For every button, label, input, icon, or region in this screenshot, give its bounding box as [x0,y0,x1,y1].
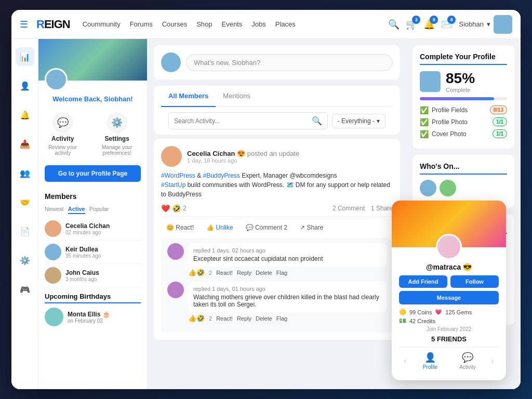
notifications-icon-wrap[interactable]: 🔔 8 [423,19,435,30]
activity-nav-icon: 💬 [462,352,473,363]
comment-button[interactable]: 💬 Comment 2 [241,221,292,234]
member-info-john: John Caius 3 months ago [65,269,141,282]
cart-badge: 3 [412,16,420,24]
member-list: Cecelia Cichan 02 minutes ago Keir Dulle… [38,217,147,287]
floating-avatar-wrap [436,234,462,260]
floating-profile-tab[interactable]: 👤 Profile [411,348,449,374]
user-menu[interactable]: Siobhan ▾ [459,15,512,34]
sidebar-inbox-icon[interactable]: 📥 [16,135,34,153]
search-activity-icon: 🔍 [312,116,322,126]
profile-complete-avatar [420,71,441,92]
nav-links: Coummunity Forums Courses Shop Events Jo… [83,20,389,28]
reply-flag-2[interactable]: Flag [276,315,287,322]
tab-mentions[interactable]: Mentions [216,86,258,107]
hamburger-icon[interactable]: ☰ [20,19,28,30]
list-item[interactable]: John Caius 3 months ago [45,264,141,287]
settings-action[interactable]: ⚙️ Settings Manage your preferences! [93,112,141,156]
reply-section: replied 1 days, 02 hours ago Excepteur s… [161,238,393,332]
messages-icon-wrap[interactable]: ✉️ 8 [441,19,453,30]
feed-tab-row: All Members Mentions [161,86,393,107]
profile-complete-percent-wrap: 85% Complete [446,70,475,93]
nav-community[interactable]: Coummunity [83,20,121,28]
members-tab-newest[interactable]: Newest [45,205,64,214]
birthday-title: Upcoming Birthdays [45,292,141,303]
members-tab-active[interactable]: Active [68,205,85,214]
birthday-section: Upcoming Birthdays Monta Ellis 🎂 on Febr… [38,287,147,331]
filter-dropdown[interactable]: - Everything - ▾ [332,114,385,128]
reply-actions-2: 👍🤣 2 React! Reply Delete Flag [188,314,387,322]
search-icon[interactable]: 🔍 [388,19,400,30]
add-friend-button[interactable]: Add Friend [399,275,447,288]
member-avatar-keir [45,244,61,260]
prev-arrow-icon[interactable]: ‹ [399,355,411,367]
floating-activity-tab[interactable]: 💬 Activity [449,348,486,374]
follow-button[interactable]: Follow [450,275,499,288]
reply-delete-1[interactable]: Delete [256,270,272,276]
sidebar-file-icon[interactable]: 📄 [16,222,34,241]
message-button[interactable]: Message [399,291,499,304]
floating-card-body: @matraca 😎 Add Friend Follow Message 🟡 9… [392,247,506,380]
online-avatars [420,180,507,196]
list-item[interactable]: Cecelia Cichan 02 minutes ago [45,217,141,241]
sidebar-settings-icon[interactable]: ⚙️ [16,251,34,270]
search-input[interactable] [174,117,309,125]
member-info-keir: Keir Dullea 35 minutes ago [65,246,141,259]
icon-sidebar: 📊 👤 🔔 📥 👥 🤝 📄 ⚙️ 🎮 [11,39,38,389]
left-panel: Welcome Back, Siobhan! 💬 Activity Review… [38,39,148,389]
activity-header: Cecelia Cichan 😍 posted an update 1 day,… [161,146,393,167]
online-avatar-1 [420,180,436,196]
action-icons: 💬 Activity Review your activity ⚙️ Setti… [38,108,147,160]
reply-reaction-2: 👍🤣 [188,314,205,322]
reply-reaction-1: 👍🤣 [188,269,205,276]
reply-actions-1: 👍🤣 2 React! Reply Delete Flag [188,269,387,276]
reply-reply-2[interactable]: Reply [237,315,251,322]
nav-courses[interactable]: Courses [162,20,187,28]
sidebar-chart-icon[interactable]: 📊 [16,47,34,66]
cart-icon-wrap[interactable]: 🛒 3 [406,19,417,30]
check-icon-fields: ✅ [420,106,429,114]
members-tab-popular[interactable]: Popular [89,205,109,214]
profile-complete-header: 85% Complete [420,70,507,93]
profile-field-fields: ✅ Profile Fields 8/13 [420,105,507,114]
reply-delete-2[interactable]: Delete [256,315,272,322]
activity-action[interactable]: 💬 Activity Review your activity [45,112,81,156]
floating-profile-card: @matraca 😎 Add Friend Follow Message 🟡 9… [392,201,506,380]
profile-field-cover: ✅ Cover Photo 1/1 [420,129,507,138]
profile-page-button[interactable]: Go to your Profile Page [45,165,141,182]
field-badge-photo: 1/1 [493,117,507,126]
react-button[interactable]: 😊 React! [161,221,199,234]
profile-complete-card: Complete Your Profile 85% Complete ✅ Pro… [413,45,514,149]
reply-reply-1[interactable]: Reply [237,270,251,276]
sidebar-game-icon[interactable]: 🎮 [16,280,34,299]
whos-online-card: Who's On... [413,155,514,208]
list-item[interactable]: Keir Dullea 35 minutes ago [45,241,141,264]
online-avatar-2 [440,180,456,196]
nav-jobs[interactable]: Jobs [251,20,265,28]
profile-nav-icon: 👤 [424,352,436,363]
tab-all-members[interactable]: All Members [161,86,216,107]
reply-flag-1[interactable]: Flag [276,270,287,276]
nav-places[interactable]: Places [275,20,296,28]
next-arrow-icon[interactable]: › [486,355,499,367]
nav-forums[interactable]: Forums [130,20,153,28]
post-input[interactable]: What's new, Siobhan? [186,54,393,71]
sidebar-bell-icon[interactable]: 🔔 [16,105,34,124]
activity-avatar-cecelia [161,146,182,167]
nav-shop[interactable]: Shop [196,20,212,28]
sidebar-team-icon[interactable]: 🤝 [16,193,34,211]
reply-avatar-stephen-2 [167,282,184,298]
reply-react-2[interactable]: React! [216,315,233,322]
coins-row: 🟡 99 Coins 💗 125 Gems [399,309,499,315]
share-button[interactable]: ↗ Share [295,221,328,234]
members-tabs: Newest Active Popular [38,203,147,217]
field-badge-cover: 1/1 [493,129,507,138]
member-avatar-john [45,267,61,284]
reaction-heart-icon: ❤️ [161,204,170,212]
nav-events[interactable]: Events [222,20,243,28]
join-date: Join February 2022 [399,326,499,332]
unlike-button[interactable]: 👍 Unlike [201,221,238,234]
sidebar-user-icon[interactable]: 👤 [16,76,34,95]
sidebar-group-icon[interactable]: 👥 [16,164,34,182]
reply-react-1[interactable]: React! [216,270,233,276]
user-name: Siobhan [459,20,484,28]
